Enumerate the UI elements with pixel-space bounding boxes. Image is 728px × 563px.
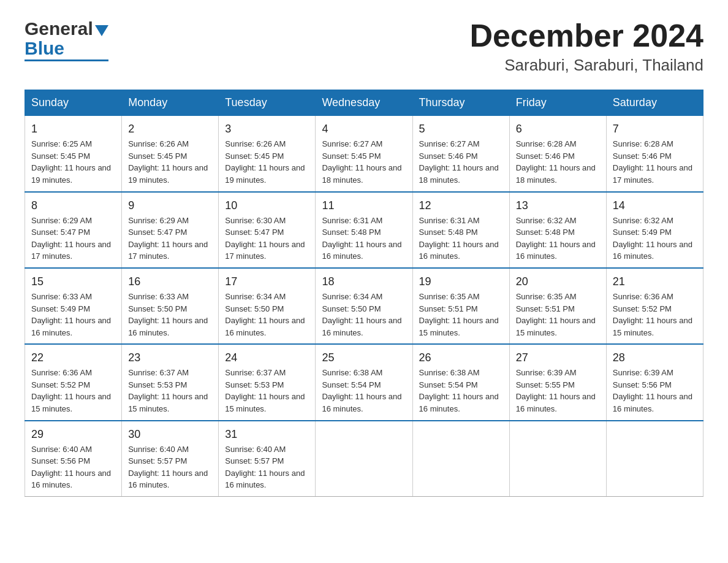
day-number: 15 (31, 274, 115, 289)
day-info: Sunrise: 6:32 AMSunset: 5:48 PMDaylight:… (516, 216, 596, 261)
day-cell: 26 Sunrise: 6:38 AMSunset: 5:54 PMDaylig… (412, 344, 509, 420)
day-cell: 10 Sunrise: 6:30 AMSunset: 5:47 PMDaylig… (219, 192, 316, 268)
day-info: Sunrise: 6:40 AMSunset: 5:57 PMDaylight:… (128, 445, 208, 490)
header-cell-tuesday: Tuesday (219, 90, 316, 116)
day-cell: 21 Sunrise: 6:36 AMSunset: 5:52 PMDaylig… (606, 268, 703, 344)
day-info: Sunrise: 6:33 AMSunset: 5:49 PMDaylight:… (31, 292, 111, 337)
day-number: 5 (419, 121, 503, 137)
day-cell: 6 Sunrise: 6:28 AMSunset: 5:46 PMDayligh… (509, 116, 606, 192)
day-info: Sunrise: 6:33 AMSunset: 5:50 PMDaylight:… (128, 292, 208, 337)
logo-underline (25, 59, 108, 61)
logo-triangle-icon (95, 25, 108, 36)
day-number: 9 (128, 197, 212, 213)
day-number: 22 (31, 350, 115, 366)
day-info: Sunrise: 6:37 AMSunset: 5:53 PMDaylight:… (225, 368, 305, 413)
day-cell: 20 Sunrise: 6:35 AMSunset: 5:51 PMDaylig… (509, 268, 606, 344)
calendar-title: December 2024 (469, 18, 703, 53)
day-cell: 23 Sunrise: 6:37 AMSunset: 5:53 PMDaylig… (122, 344, 219, 420)
day-cell: 9 Sunrise: 6:29 AMSunset: 5:47 PMDayligh… (122, 192, 219, 268)
day-number: 27 (516, 350, 600, 366)
day-cell: 28 Sunrise: 6:39 AMSunset: 5:56 PMDaylig… (606, 344, 703, 420)
day-info: Sunrise: 6:34 AMSunset: 5:50 PMDaylight:… (225, 292, 305, 337)
day-info: Sunrise: 6:25 AMSunset: 5:45 PMDaylight:… (31, 139, 111, 185)
day-info: Sunrise: 6:34 AMSunset: 5:50 PMDaylight:… (322, 292, 401, 337)
day-number: 7 (613, 121, 697, 137)
day-cell: 15 Sunrise: 6:33 AMSunset: 5:49 PMDaylig… (25, 268, 122, 344)
day-number: 31 (225, 426, 309, 442)
day-cell: 7 Sunrise: 6:28 AMSunset: 5:46 PMDayligh… (606, 116, 703, 192)
day-cell: 25 Sunrise: 6:38 AMSunset: 5:54 PMDaylig… (316, 344, 412, 420)
day-cell: 16 Sunrise: 6:33 AMSunset: 5:50 PMDaylig… (122, 268, 219, 344)
day-cell (316, 421, 412, 497)
day-info: Sunrise: 6:28 AMSunset: 5:46 PMDaylight:… (613, 139, 692, 185)
day-cell: 31 Sunrise: 6:40 AMSunset: 5:57 PMDaylig… (219, 421, 316, 497)
week-row-4: 22 Sunrise: 6:36 AMSunset: 5:52 PMDaylig… (25, 344, 703, 420)
day-info: Sunrise: 6:38 AMSunset: 5:54 PMDaylight:… (419, 368, 499, 413)
day-number: 12 (419, 197, 503, 213)
logo: General Blue (25, 18, 108, 61)
day-cell: 13 Sunrise: 6:32 AMSunset: 5:48 PMDaylig… (509, 192, 606, 268)
day-cell: 30 Sunrise: 6:40 AMSunset: 5:57 PMDaylig… (122, 421, 219, 497)
day-info: Sunrise: 6:40 AMSunset: 5:56 PMDaylight:… (31, 445, 111, 490)
day-info: Sunrise: 6:39 AMSunset: 5:56 PMDaylight:… (613, 368, 692, 413)
day-number: 26 (419, 350, 503, 366)
day-info: Sunrise: 6:29 AMSunset: 5:47 PMDaylight:… (31, 216, 111, 261)
day-cell: 8 Sunrise: 6:29 AMSunset: 5:47 PMDayligh… (25, 192, 122, 268)
day-number: 23 (128, 350, 212, 366)
day-number: 3 (225, 121, 309, 137)
day-number: 18 (322, 274, 406, 289)
day-info: Sunrise: 6:39 AMSunset: 5:55 PMDaylight:… (516, 368, 596, 413)
week-row-3: 15 Sunrise: 6:33 AMSunset: 5:49 PMDaylig… (25, 268, 703, 344)
day-number: 28 (613, 350, 697, 366)
day-info: Sunrise: 6:26 AMSunset: 5:45 PMDaylight:… (225, 139, 305, 185)
day-cell: 2 Sunrise: 6:26 AMSunset: 5:45 PMDayligh… (122, 116, 219, 192)
day-info: Sunrise: 6:26 AMSunset: 5:45 PMDaylight:… (128, 139, 208, 185)
logo-general-text: General (25, 18, 93, 39)
day-number: 30 (128, 426, 212, 442)
header-cell-monday: Monday (122, 90, 219, 116)
day-cell: 3 Sunrise: 6:26 AMSunset: 5:45 PMDayligh… (219, 116, 316, 192)
day-number: 2 (128, 121, 212, 137)
header-cell-wednesday: Wednesday (316, 90, 412, 116)
day-number: 29 (31, 426, 115, 442)
header-cell-saturday: Saturday (606, 90, 703, 116)
week-row-2: 8 Sunrise: 6:29 AMSunset: 5:47 PMDayligh… (25, 192, 703, 268)
day-number: 13 (516, 197, 600, 213)
day-number: 17 (225, 274, 309, 289)
calendar-subtitle: Saraburi, Saraburi, Thailand (469, 56, 703, 75)
day-cell: 29 Sunrise: 6:40 AMSunset: 5:56 PMDaylig… (25, 421, 122, 497)
calendar-table: SundayMondayTuesdayWednesdayThursdayFrid… (25, 90, 703, 497)
day-number: 20 (516, 274, 600, 289)
day-info: Sunrise: 6:31 AMSunset: 5:48 PMDaylight:… (419, 216, 499, 261)
header-row: SundayMondayTuesdayWednesdayThursdayFrid… (25, 90, 703, 116)
day-cell: 17 Sunrise: 6:34 AMSunset: 5:50 PMDaylig… (219, 268, 316, 344)
day-number: 14 (613, 197, 697, 213)
day-cell: 22 Sunrise: 6:36 AMSunset: 5:52 PMDaylig… (25, 344, 122, 420)
week-row-5: 29 Sunrise: 6:40 AMSunset: 5:56 PMDaylig… (25, 421, 703, 497)
day-cell: 19 Sunrise: 6:35 AMSunset: 5:51 PMDaylig… (412, 268, 509, 344)
day-number: 16 (128, 274, 212, 289)
day-info: Sunrise: 6:29 AMSunset: 5:47 PMDaylight:… (128, 216, 208, 261)
day-info: Sunrise: 6:28 AMSunset: 5:46 PMDaylight:… (516, 139, 596, 185)
day-cell: 4 Sunrise: 6:27 AMSunset: 5:45 PMDayligh… (316, 116, 412, 192)
day-number: 21 (613, 274, 697, 289)
day-cell: 14 Sunrise: 6:32 AMSunset: 5:49 PMDaylig… (606, 192, 703, 268)
day-info: Sunrise: 6:36 AMSunset: 5:52 PMDaylight:… (31, 368, 111, 413)
day-cell (509, 421, 606, 497)
header-cell-thursday: Thursday (412, 90, 509, 116)
page-header: General Blue December 2024 Saraburi, Sar… (25, 18, 703, 75)
day-info: Sunrise: 6:37 AMSunset: 5:53 PMDaylight:… (128, 368, 208, 413)
day-number: 4 (322, 121, 406, 137)
day-cell (412, 421, 509, 497)
day-number: 25 (322, 350, 406, 366)
day-number: 8 (31, 197, 115, 213)
day-info: Sunrise: 6:38 AMSunset: 5:54 PMDaylight:… (322, 368, 401, 413)
title-block: December 2024 Saraburi, Saraburi, Thaila… (469, 18, 703, 75)
day-number: 10 (225, 197, 309, 213)
day-cell: 12 Sunrise: 6:31 AMSunset: 5:48 PMDaylig… (412, 192, 509, 268)
day-info: Sunrise: 6:27 AMSunset: 5:46 PMDaylight:… (419, 139, 499, 185)
day-cell: 11 Sunrise: 6:31 AMSunset: 5:48 PMDaylig… (316, 192, 412, 268)
header-cell-friday: Friday (509, 90, 606, 116)
day-cell: 18 Sunrise: 6:34 AMSunset: 5:50 PMDaylig… (316, 268, 412, 344)
day-cell: 24 Sunrise: 6:37 AMSunset: 5:53 PMDaylig… (219, 344, 316, 420)
